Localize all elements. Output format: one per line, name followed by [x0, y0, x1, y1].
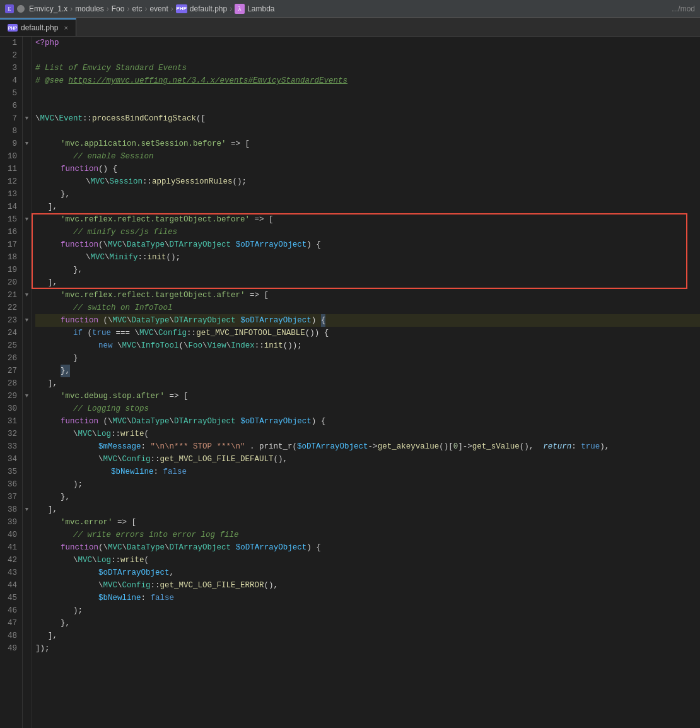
code-line-29: 'mvc.debug.stop.after' => [ — [35, 390, 700, 402]
fold-21[interactable]: ▼ — [25, 289, 28, 302]
code-line-16: // minify css/js files — [35, 226, 700, 238]
settings-icon[interactable] — [16, 4, 25, 13]
tab-php-icon: PHP — [8, 24, 18, 32]
code-line-13: }, — [35, 188, 700, 201]
code-line-17: function(\MVC\DataType\DTArrayObject $oD… — [35, 238, 700, 251]
code-line-39: 'mvc.error' => [ — [35, 516, 700, 529]
code-line-48: ], — [35, 630, 700, 642]
code-line-40: // write errors into error log file — [35, 529, 700, 541]
lambda-icon: λ — [235, 4, 245, 14]
code-content[interactable]: <?php # List of Emvicy Standard Events #… — [32, 37, 700, 728]
breadcrumb-lambda[interactable]: Lambda — [247, 4, 274, 13]
code-line-41: function(\MVC\DataType\DTArrayObject $oD… — [35, 541, 700, 554]
code-line-33: $mMessage: "\n\n*** STOP ***\n" . print_… — [35, 440, 700, 453]
code-line-28: ], — [35, 377, 700, 390]
window-controls: E — [5, 4, 25, 13]
fold-9[interactable]: ▼ — [25, 138, 28, 150]
editor: 12345 678910 1112131415 1617181920 21222… — [0, 37, 700, 728]
code-line-19: }, — [35, 264, 700, 276]
code-line-44: \MVC\Config::get_MVC_LOG_FILE_ERROR(), — [35, 579, 700, 592]
code-line-47: }, — [35, 617, 700, 630]
fold-29[interactable]: ▼ — [25, 390, 28, 402]
title-right: .../mod — [672, 4, 695, 13]
code-line-30: // Logging stops — [35, 402, 700, 415]
breadcrumb-event[interactable]: event — [149, 4, 168, 13]
fold-39[interactable]: ▼ — [25, 503, 28, 516]
tab-close-button[interactable]: × — [64, 24, 67, 32]
code-line-36: ); — [35, 478, 700, 491]
breadcrumb-file[interactable]: default.php — [190, 4, 227, 13]
svg-text:E: E — [8, 6, 11, 12]
code-line-18: \MVC\Minify::init(); — [35, 251, 700, 264]
code-line-21: 'mvc.reflex.reflect.targetObject.after' … — [35, 289, 700, 302]
code-line-8 — [35, 125, 700, 138]
tab-default-php[interactable]: PHP default.php × — [0, 18, 76, 36]
breadcrumb-etc[interactable]: etc — [132, 4, 142, 13]
code-line-4: # @see https://mymvc.ueffing.net/3.4.x/e… — [35, 74, 700, 87]
code-line-49: ]); — [35, 642, 700, 655]
fold-23[interactable]: ▼ — [25, 314, 28, 327]
fold-15[interactable]: ▼ — [25, 213, 28, 226]
breadcrumb: Emvicy_1.x › modules › Foo › etc › event… — [29, 4, 668, 14]
code-line-27: }, — [35, 365, 700, 377]
line-numbers: 12345 678910 1112131415 1617181920 21222… — [0, 37, 23, 728]
code-line-34: \MVC\Config::get_MVC_LOG_FILE_DEFAULT(), — [35, 453, 700, 466]
code-line-20: ], — [35, 276, 700, 289]
breadcrumb-modules[interactable]: modules — [75, 4, 103, 13]
code-line-3: # List of Emvicy Standard Events — [35, 62, 700, 74]
fold-gutter: ▼ ▼ ▼ ▼ ▼ ▼ ▼ — [23, 37, 32, 728]
php-icon: PHP — [176, 4, 187, 13]
code-line-38: ], — [35, 503, 700, 516]
title-bar: E Emvicy_1.x › modules › Foo › etc › eve… — [0, 0, 700, 18]
code-line-37: }, — [35, 491, 700, 503]
code-line-43: $oDTArrayObject, — [35, 567, 700, 579]
code-line-5 — [35, 87, 700, 100]
code-line-32: \MVC\Log::write( — [35, 428, 700, 440]
code-line-10: // enable Session — [35, 150, 700, 163]
code-line-45: $bNewline: false — [35, 592, 700, 604]
breadcrumb-emvicy[interactable]: Emvicy_1.x — [29, 4, 67, 13]
code-line-24: if (true === \MVC\Config::get_MVC_INFOTO… — [35, 327, 700, 339]
code-line-46: ); — [35, 604, 700, 617]
tab-label: default.php — [21, 23, 58, 32]
code-line-22: // switch on InfoTool — [35, 302, 700, 314]
code-line-26: } — [35, 352, 700, 365]
breadcrumb-foo[interactable]: Foo — [112, 4, 125, 13]
code-line-14: ], — [35, 201, 700, 213]
code-line-12: \MVC\Session::applySessionRules(); — [35, 175, 700, 188]
code-line-15: 'mvc.reflex.reflect.targetObject.before'… — [35, 213, 700, 226]
code-line-1: <?php — [35, 37, 700, 49]
code-line-31: function (\MVC\DataType\DTArrayObject $o… — [35, 415, 700, 428]
code-line-2 — [35, 49, 700, 62]
app-icon: E — [5, 4, 14, 13]
code-line-11: function() { — [35, 163, 700, 175]
code-line-23: function (\MVC\DataType\DTArrayObject $o… — [35, 314, 700, 327]
code-line-35: $bNewline: false — [35, 466, 700, 478]
code-line-42: \MVC\Log::write( — [35, 554, 700, 567]
tab-bar: PHP default.php × — [0, 18, 700, 37]
code-line-6 — [35, 100, 700, 112]
code-line-9: 'mvc.application.setSession.before' => [ — [35, 138, 700, 150]
fold-7[interactable]: ▼ — [25, 112, 28, 125]
code-line-7: \MVC\Event::processBindConfigStack([ — [35, 112, 700, 125]
code-line-25: new \MVC\InfoTool(\Foo\View\Index::init(… — [35, 339, 700, 352]
